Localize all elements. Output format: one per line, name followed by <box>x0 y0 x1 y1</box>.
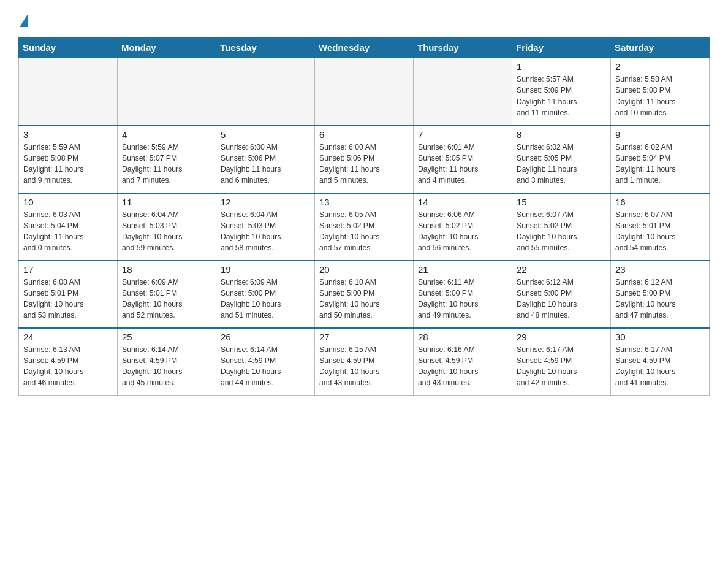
day-info: Sunrise: 6:06 AM Sunset: 5:02 PM Dayligh… <box>418 209 507 254</box>
weekday-header-thursday: Thursday <box>414 37 512 58</box>
day-number: 30 <box>615 332 705 342</box>
day-number: 20 <box>319 264 409 275</box>
calendar-cell: 29Sunrise: 6:17 AM Sunset: 4:59 PM Dayli… <box>512 328 611 396</box>
day-number: 7 <box>418 129 507 140</box>
weekday-header-wednesday: Wednesday <box>315 37 414 58</box>
calendar-cell <box>216 58 315 126</box>
page-header <box>18 15 710 27</box>
calendar-cell: 22Sunrise: 6:12 AM Sunset: 5:00 PM Dayli… <box>512 261 611 328</box>
calendar-table: SundayMondayTuesdayWednesdayThursdayFrid… <box>18 37 710 396</box>
day-number: 6 <box>319 129 409 140</box>
calendar-cell: 18Sunrise: 6:09 AM Sunset: 5:01 PM Dayli… <box>118 261 216 328</box>
day-info: Sunrise: 6:14 AM Sunset: 4:59 PM Dayligh… <box>122 344 211 389</box>
calendar-cell: 5Sunrise: 6:00 AM Sunset: 5:06 PM Daylig… <box>216 126 315 193</box>
calendar-cell: 24Sunrise: 6:13 AM Sunset: 4:59 PM Dayli… <box>19 328 118 396</box>
day-info: Sunrise: 6:04 AM Sunset: 5:03 PM Dayligh… <box>221 209 310 254</box>
day-info: Sunrise: 6:12 AM Sunset: 5:00 PM Dayligh… <box>517 277 606 321</box>
day-info: Sunrise: 6:02 AM Sunset: 5:05 PM Dayligh… <box>517 142 606 186</box>
day-info: Sunrise: 6:09 AM Sunset: 5:00 PM Dayligh… <box>221 277 310 321</box>
day-number: 3 <box>23 129 113 140</box>
calendar-cell: 4Sunrise: 5:59 AM Sunset: 5:07 PM Daylig… <box>118 126 216 193</box>
calendar-cell <box>315 58 414 126</box>
day-info: Sunrise: 6:07 AM Sunset: 5:01 PM Dayligh… <box>615 209 705 254</box>
logo <box>18 15 28 27</box>
calendar-cell: 9Sunrise: 6:02 AM Sunset: 5:04 PM Daylig… <box>611 126 710 193</box>
day-number: 2 <box>615 61 705 72</box>
calendar-cell: 19Sunrise: 6:09 AM Sunset: 5:00 PM Dayli… <box>216 261 315 328</box>
day-number: 26 <box>221 332 310 342</box>
calendar-cell: 6Sunrise: 6:00 AM Sunset: 5:06 PM Daylig… <box>315 126 414 193</box>
calendar-cell: 12Sunrise: 6:04 AM Sunset: 5:03 PM Dayli… <box>216 193 315 261</box>
day-info: Sunrise: 6:12 AM Sunset: 5:00 PM Dayligh… <box>615 277 705 321</box>
day-info: Sunrise: 6:01 AM Sunset: 5:05 PM Dayligh… <box>418 142 507 186</box>
calendar-cell: 28Sunrise: 6:16 AM Sunset: 4:59 PM Dayli… <box>414 328 512 396</box>
day-info: Sunrise: 6:03 AM Sunset: 5:04 PM Dayligh… <box>23 209 113 254</box>
calendar-row-3: 17Sunrise: 6:08 AM Sunset: 5:01 PM Dayli… <box>19 261 710 328</box>
day-number: 11 <box>122 197 211 207</box>
day-info: Sunrise: 6:13 AM Sunset: 4:59 PM Dayligh… <box>23 344 113 389</box>
day-info: Sunrise: 6:02 AM Sunset: 5:04 PM Dayligh… <box>615 142 705 186</box>
day-number: 18 <box>122 264 211 275</box>
day-info: Sunrise: 5:59 AM Sunset: 5:08 PM Dayligh… <box>23 142 113 186</box>
day-info: Sunrise: 5:57 AM Sunset: 5:09 PM Dayligh… <box>517 74 606 118</box>
calendar-cell: 10Sunrise: 6:03 AM Sunset: 5:04 PM Dayli… <box>19 193 118 261</box>
calendar-cell: 17Sunrise: 6:08 AM Sunset: 5:01 PM Dayli… <box>19 261 118 328</box>
day-number: 12 <box>221 197 310 207</box>
day-number: 16 <box>615 197 705 207</box>
weekday-header-friday: Friday <box>512 37 611 58</box>
logo-top <box>18 15 28 27</box>
day-info: Sunrise: 6:16 AM Sunset: 4:59 PM Dayligh… <box>418 344 507 389</box>
calendar-cell: 11Sunrise: 6:04 AM Sunset: 5:03 PM Dayli… <box>118 193 216 261</box>
day-number: 29 <box>517 332 606 342</box>
calendar-cell: 25Sunrise: 6:14 AM Sunset: 4:59 PM Dayli… <box>118 328 216 396</box>
weekday-header-sunday: Sunday <box>19 37 118 58</box>
day-number: 17 <box>23 264 113 275</box>
calendar-cell: 1Sunrise: 5:57 AM Sunset: 5:09 PM Daylig… <box>512 58 611 126</box>
day-number: 24 <box>23 332 113 342</box>
day-number: 14 <box>418 197 507 207</box>
day-number: 21 <box>418 264 507 275</box>
weekday-header-row: SundayMondayTuesdayWednesdayThursdayFrid… <box>19 37 710 58</box>
day-number: 15 <box>517 197 606 207</box>
day-info: Sunrise: 6:15 AM Sunset: 4:59 PM Dayligh… <box>319 344 409 389</box>
day-info: Sunrise: 6:09 AM Sunset: 5:01 PM Dayligh… <box>122 277 211 321</box>
calendar-cell: 27Sunrise: 6:15 AM Sunset: 4:59 PM Dayli… <box>315 328 414 396</box>
calendar-cell <box>414 58 512 126</box>
day-number: 9 <box>615 129 705 140</box>
calendar-cell: 21Sunrise: 6:11 AM Sunset: 5:00 PM Dayli… <box>414 261 512 328</box>
calendar-cell <box>19 58 118 126</box>
day-number: 8 <box>517 129 606 140</box>
calendar-cell: 13Sunrise: 6:05 AM Sunset: 5:02 PM Dayli… <box>315 193 414 261</box>
day-info: Sunrise: 5:59 AM Sunset: 5:07 PM Dayligh… <box>122 142 211 186</box>
weekday-header-saturday: Saturday <box>611 37 710 58</box>
day-number: 5 <box>221 129 310 140</box>
day-info: Sunrise: 6:14 AM Sunset: 4:59 PM Dayligh… <box>221 344 310 389</box>
day-number: 28 <box>418 332 507 342</box>
day-number: 25 <box>122 332 211 342</box>
day-info: Sunrise: 6:17 AM Sunset: 4:59 PM Dayligh… <box>517 344 606 389</box>
calendar-row-2: 10Sunrise: 6:03 AM Sunset: 5:04 PM Dayli… <box>19 193 710 261</box>
day-number: 22 <box>517 264 606 275</box>
calendar-cell: 7Sunrise: 6:01 AM Sunset: 5:05 PM Daylig… <box>414 126 512 193</box>
day-info: Sunrise: 6:17 AM Sunset: 4:59 PM Dayligh… <box>615 344 705 389</box>
calendar-cell: 8Sunrise: 6:02 AM Sunset: 5:05 PM Daylig… <box>512 126 611 193</box>
calendar-row-4: 24Sunrise: 6:13 AM Sunset: 4:59 PM Dayli… <box>19 328 710 396</box>
calendar-cell: 23Sunrise: 6:12 AM Sunset: 5:00 PM Dayli… <box>611 261 710 328</box>
day-info: Sunrise: 6:07 AM Sunset: 5:02 PM Dayligh… <box>517 209 606 254</box>
calendar-cell: 3Sunrise: 5:59 AM Sunset: 5:08 PM Daylig… <box>19 126 118 193</box>
day-info: Sunrise: 6:11 AM Sunset: 5:00 PM Dayligh… <box>418 277 507 321</box>
logo-triangle-icon <box>20 13 28 27</box>
day-number: 19 <box>221 264 310 275</box>
calendar-row-1: 3Sunrise: 5:59 AM Sunset: 5:08 PM Daylig… <box>19 126 710 193</box>
day-info: Sunrise: 5:58 AM Sunset: 5:08 PM Dayligh… <box>615 74 705 118</box>
day-info: Sunrise: 6:04 AM Sunset: 5:03 PM Dayligh… <box>122 209 211 254</box>
day-number: 1 <box>517 61 606 72</box>
day-number: 13 <box>319 197 409 207</box>
day-info: Sunrise: 6:00 AM Sunset: 5:06 PM Dayligh… <box>221 142 310 186</box>
calendar-cell: 16Sunrise: 6:07 AM Sunset: 5:01 PM Dayli… <box>611 193 710 261</box>
calendar-cell: 30Sunrise: 6:17 AM Sunset: 4:59 PM Dayli… <box>611 328 710 396</box>
calendar-cell <box>118 58 216 126</box>
day-number: 4 <box>122 129 211 140</box>
weekday-header-tuesday: Tuesday <box>216 37 315 58</box>
day-info: Sunrise: 6:10 AM Sunset: 5:00 PM Dayligh… <box>319 277 409 321</box>
